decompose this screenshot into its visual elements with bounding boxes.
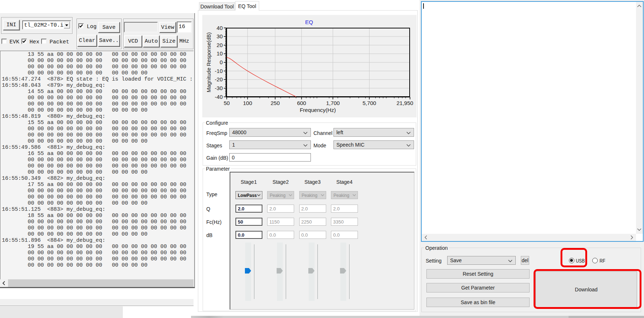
svg-text:21,950: 21,950 (397, 100, 413, 106)
svg-text:40: 40 (216, 25, 223, 31)
svg-text:30: 30 (216, 33, 223, 39)
svg-text:1,700: 1,700 (326, 100, 340, 106)
svg-text:Magnitude Response(dB): Magnitude Response(dB) (206, 32, 212, 92)
svg-text:-40: -40 (215, 94, 223, 100)
svg-text:-30: -30 (215, 85, 223, 91)
svg-text:50: 50 (224, 100, 230, 106)
svg-text:0: 0 (220, 59, 223, 65)
svg-text:600: 600 (297, 100, 306, 106)
svg-text:EQ: EQ (305, 19, 313, 25)
svg-text:250: 250 (270, 100, 280, 106)
svg-text:5,700: 5,700 (363, 100, 376, 106)
svg-text:20: 20 (216, 42, 223, 48)
svg-text:100: 100 (243, 100, 252, 106)
svg-text:Frequency(Hz): Frequency(Hz) (300, 107, 336, 113)
svg-text:-10: -10 (215, 68, 223, 74)
svg-text:-20: -20 (215, 76, 223, 82)
svg-text:10: 10 (216, 50, 223, 57)
